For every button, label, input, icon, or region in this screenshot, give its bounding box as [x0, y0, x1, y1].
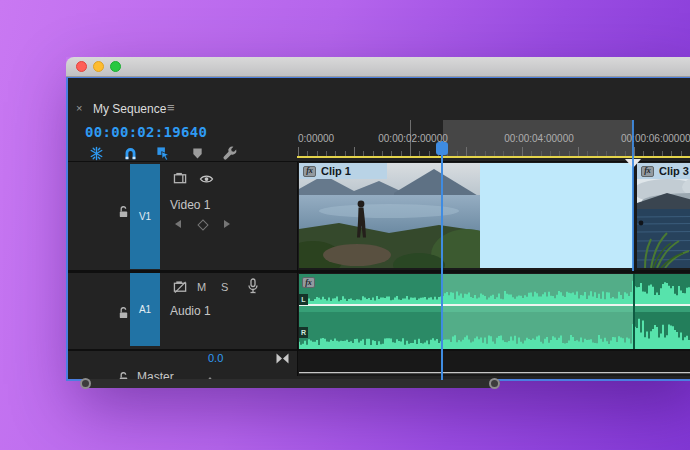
audio-track-name: Audio 1 — [170, 304, 211, 318]
zoom-window-button[interactable] — [110, 61, 121, 72]
previous-keyframe-icon[interactable] — [175, 220, 181, 228]
clip1-header: fx Clip 1 — [299, 163, 387, 179]
playhead-line[interactable] — [441, 141, 443, 380]
audio-track-id: A1 — [139, 304, 151, 315]
toggle-track-output-eye-icon[interactable] — [199, 173, 214, 185]
video-clip-1[interactable]: fx Clip 1 — [299, 163, 480, 268]
timeline-panel: × My Sequence ≡ 00:00:02:19640 — [66, 77, 690, 381]
left-channel-tag: L — [299, 294, 308, 305]
fx-badge: fx — [303, 166, 316, 177]
premiere-timeline-window: × My Sequence ≡ 00:00:02:19640 — [66, 57, 690, 381]
minimize-window-button[interactable] — [93, 61, 104, 72]
add-keyframe-diamond-icon[interactable] — [197, 219, 208, 230]
timeline-settings-wrench-icon[interactable] — [222, 145, 238, 161]
nest-toggle-icon[interactable] — [89, 146, 104, 161]
voiceover-record-mic-icon[interactable] — [247, 278, 259, 294]
sequence-tab[interactable]: My Sequence — [93, 102, 166, 116]
sync-lock-disabled-icon[interactable] — [173, 280, 188, 294]
panel-menu-icon[interactable]: ≡ — [167, 100, 175, 115]
audio-track-lock-icon[interactable] — [117, 306, 130, 319]
video-track-id: V1 — [139, 211, 151, 222]
video-track-target-v1[interactable]: V1 — [130, 164, 160, 269]
waveform-right-channel — [299, 312, 690, 349]
window-titlebar[interactable] — [66, 57, 690, 77]
next-keyframe-icon[interactable] — [224, 220, 230, 228]
ruler-label-0: 0:00000 — [298, 133, 334, 144]
show-keyframes-icon[interactable] — [276, 353, 289, 364]
add-marker-icon[interactable] — [191, 147, 204, 160]
master-volume-value[interactable]: 0.0 — [208, 352, 223, 364]
clip3-header: fx Clip 3 — [637, 163, 690, 179]
audio-clip-boundary — [633, 274, 635, 349]
sync-lock-icon[interactable] — [173, 172, 188, 185]
fx-badge: fx — [641, 166, 654, 177]
desktop-background: × My Sequence ≡ 00:00:02:19640 — [0, 0, 690, 450]
channel-divider-line — [299, 304, 690, 306]
timeline-zoom-scrollbar[interactable] — [81, 379, 500, 388]
audio-track-target-a1[interactable]: A1 — [130, 273, 160, 346]
video-clip-3[interactable]: fx Clip 3 — [637, 163, 690, 268]
fx-badge: fx — [302, 277, 315, 288]
out-point-line — [632, 120, 634, 271]
clip1-label: Clip 1 — [321, 165, 351, 177]
close-window-button[interactable] — [76, 61, 87, 72]
video-clip-2-selected[interactable] — [480, 163, 633, 268]
playhead-timecode-field[interactable]: 00:00:02:19640 — [85, 124, 207, 140]
ruler-label-4s: 00:00:04:00000 — [504, 133, 574, 144]
zoom-scrollbar-right-handle[interactable] — [489, 378, 500, 389]
mute-track-button[interactable]: M — [197, 281, 206, 293]
audio-clip[interactable]: fx L R — [299, 274, 690, 349]
solo-track-button[interactable]: S — [221, 281, 228, 293]
video-track-name: Video 1 — [170, 198, 210, 212]
master-volume-band-shadow — [299, 373, 690, 374]
waveform-left-channel — [299, 274, 690, 304]
zoom-scrollbar-left-handle[interactable] — [80, 378, 91, 389]
close-panel-icon[interactable]: × — [76, 102, 82, 114]
linked-selection-icon[interactable] — [156, 146, 171, 161]
clip3-label: Clip 3 — [659, 165, 689, 177]
video-track-lock-icon[interactable] — [117, 205, 130, 218]
header-timeline-divider — [297, 162, 298, 376]
snap-magnet-icon[interactable] — [123, 146, 138, 161]
playhead-head[interactable] — [436, 142, 448, 155]
right-channel-tag: R — [299, 327, 308, 338]
